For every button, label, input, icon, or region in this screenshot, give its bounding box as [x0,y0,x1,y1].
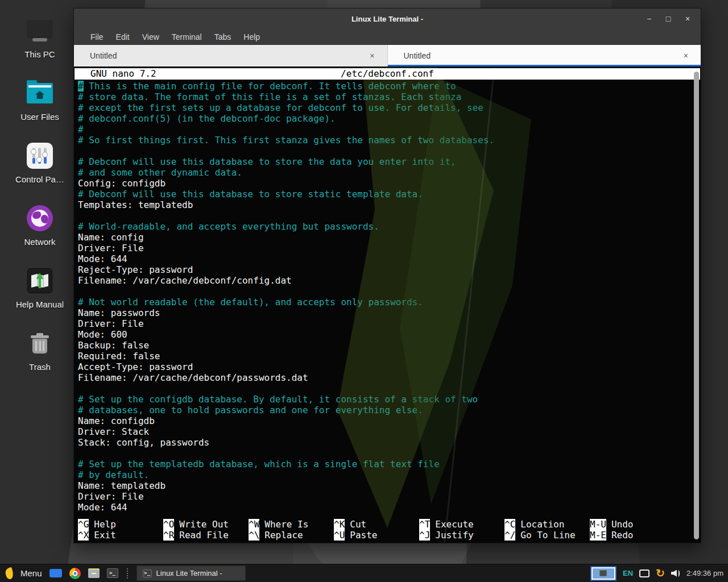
menu-tabs[interactable]: Tabs [208,31,238,43]
tab-label: Untitled [90,51,117,60]
display-tray-icon[interactable] [639,569,650,577]
terminal-line: # World-readable, and accepts everything… [78,221,700,232]
terminal-line: Mode: 600 [78,329,700,340]
terminal-line: # Not world readable (the default), and … [78,297,700,307]
taskbar-separator [127,568,128,579]
menu-view[interactable]: View [136,31,166,43]
terminal-line: Backup: false [78,340,700,351]
terminal-line [78,448,700,459]
minimize-button[interactable]: − [643,13,655,25]
terminal-line: Driver: File [78,243,700,253]
terminal-line: Accept-Type: password [78,361,700,372]
terminal-line [78,146,700,156]
terminal-screen[interactable]: GNU nano 7.2 /etc/debconf.conf # This is… [75,67,700,542]
terminal-line: Name: passwords [78,307,700,318]
menu-button[interactable]: Menu [20,568,42,578]
terminal-line: Mode: 644 [78,253,700,264]
desktop-icon-label: Network [10,237,69,247]
terminal-line: # Set up the configdb database. By defau… [78,394,700,405]
globe-icon [10,203,69,233]
terminal-line: Filename: /var/cache/debconf/config.dat [78,275,700,286]
terminal-line: # Debconf will use this database to stor… [78,156,700,167]
nano-shortcut-bar: ^GHelp^OWrite Out^WWhere Is^KCut^TExecut… [78,519,692,541]
terminal-icon: >_ [143,569,152,577]
terminal-launcher-icon[interactable]: >_ [107,568,118,578]
desktop-icon-label: Control Pa… [10,174,69,184]
terminal-line: # This is the main config file for debco… [78,81,700,92]
file-manager-icon[interactable] [88,568,100,578]
tab-close-icon[interactable]: × [366,51,378,60]
workspace-terminal-icon [599,570,607,576]
window-titlebar[interactable]: Linux Lite Terminal - − □ × [74,9,701,29]
volume-tray-icon[interactable] [671,569,680,577]
terminal-line: Mode: 644 [78,502,700,513]
terminal-line [78,286,700,297]
desktop-icon-label: Help Manual [10,300,69,309]
desktop-icon-user-files[interactable]: User Files [10,78,69,122]
updates-tray-icon[interactable]: ↻ [656,568,665,579]
nano-shortcut: ^XExit [78,530,163,541]
show-desktop-icon[interactable] [49,569,62,577]
desktop-icon-help-manual[interactable]: Help Manual [10,266,69,309]
desktop-icon-this-pc[interactable]: This PC [10,16,69,59]
terminal-line: # Set up the templatedb database, which … [78,459,700,469]
window-title: Linux Lite Terminal - [351,15,423,23]
terminal-line: # by default. [78,469,700,480]
desktop-icon-label: This PC [10,49,69,59]
terminal-line: # except the first sets up a database fo… [78,102,700,113]
terminal-line: Reject-Type: password [78,264,700,275]
nano-shortcut: ^RRead File [163,530,249,541]
maximize-button[interactable]: □ [662,13,675,25]
desktop-icon-control-panel[interactable]: Control Pa… [10,141,69,184]
home-folder-icon [10,78,69,108]
terminal-line [78,383,700,394]
terminal-lines: # This is the main config file for debco… [75,81,700,513]
terminal-line: Config: configdb [78,178,700,189]
nano-shortcut: ^JJustify [419,530,504,541]
task-button-terminal[interactable]: >_ Linux Lite Terminal - [136,566,246,581]
nano-shortcut: ^\Replace [249,530,334,541]
trash-icon [10,329,69,358]
terminal-line: # Debconf will use this database to stor… [78,189,700,199]
text-cursor: # [78,81,84,92]
linux-lite-logo-icon[interactable] [5,567,14,580]
tab-close-icon[interactable]: × [680,51,692,60]
terminal-line: # debconf.conf(5) (in the debconf-doc pa… [78,113,700,124]
tab-untitled-2[interactable]: Untitled × [388,45,701,66]
terminal-scrollbar[interactable] [694,72,699,539]
terminal-line: Filename: /var/cache/debconf/passwords.d… [78,372,700,383]
sliders-icon [10,141,69,171]
menu-bar: FileEditViewTerminalTabsHelp [74,29,701,45]
terminal-line: Driver: Stack [78,426,700,437]
tab-strip: Untitled × Untitled × [74,45,701,66]
nano-shortcut: ^UPaste [334,530,419,541]
close-button[interactable]: × [681,13,694,25]
terminal-line: Name: templatedb [78,480,700,491]
manual-map-icon [10,266,69,296]
terminal-line: # and some other dynamic data. [78,167,700,178]
menu-help[interactable]: Help [237,31,266,43]
menu-terminal[interactable]: Terminal [166,31,208,43]
nano-shortcut: ^TExecute [419,519,504,530]
tab-label: Untitled [404,51,431,60]
terminal-line: Name: configdb [78,415,700,426]
nano-titlebar: GNU nano 7.2 /etc/debconf.conf [75,68,700,80]
terminal-line: Driver: File [78,491,700,502]
keyboard-layout-indicator[interactable]: EN [623,569,633,577]
menu-edit[interactable]: Edit [110,31,136,43]
nano-shortcut: ^WWhere Is [249,519,334,530]
chrome-icon[interactable] [69,568,81,579]
tab-untitled-1[interactable]: Untitled × [74,45,388,66]
workspace-switcher[interactable] [590,566,617,581]
nano-shortcut: ^OWrite Out [163,519,249,530]
clock[interactable]: 2:49:36 pm [686,569,723,577]
desktop-icon-network[interactable]: Network [10,203,69,247]
terminal-window: Linux Lite Terminal - − □ × FileEditView… [73,8,701,543]
desktop-icon-label: Trash [10,362,69,372]
terminal-line: # store data. The format of this file is… [78,92,700,102]
nano-shortcut: ^KCut [334,519,419,530]
task-button-label: Linux Lite Terminal - [156,569,222,577]
menu-file[interactable]: File [84,31,110,43]
desktop-icon-trash[interactable]: Trash [10,329,69,372]
terminal-line: Templates: templatedb [78,199,700,210]
